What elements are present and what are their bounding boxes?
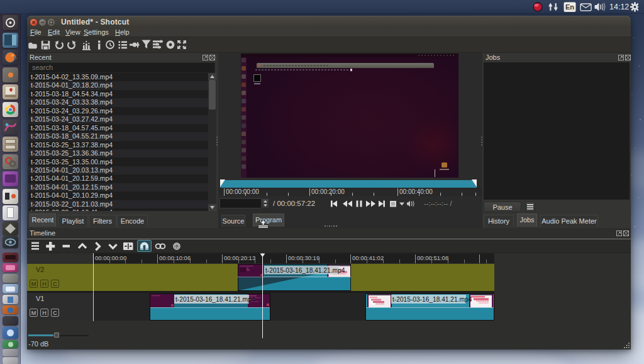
- svg-text:14:12: 14:12: [609, 3, 629, 11]
- svg-text:t-2015-03-16_18.41.21.mp4: t-2015-03-16_18.41.21.mp4: [175, 295, 255, 302]
- svg-text:En: En: [565, 3, 574, 11]
- svg-text:t-2015-03-16_18.41.21.mp4: t-2015-03-16_18.41.21.mp4: [392, 296, 472, 303]
- svg-text:t-2015-03-16_18.41.21.mp4: t-2015-03-16_18.41.21.mp4: [265, 267, 345, 274]
